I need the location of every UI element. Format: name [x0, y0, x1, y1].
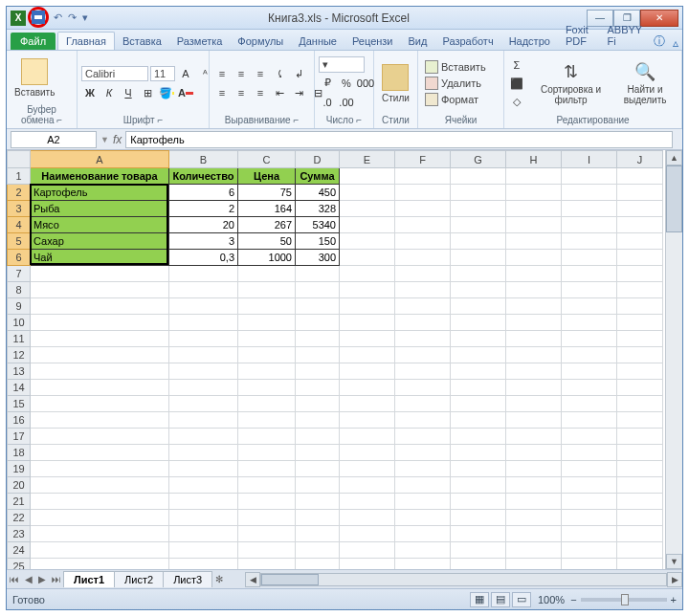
cell-F25[interactable]: [395, 559, 451, 570]
cell-I19[interactable]: [562, 461, 617, 477]
cell-B12[interactable]: [169, 347, 238, 363]
tab-developer[interactable]: Разработч: [434, 33, 500, 50]
cell-J5[interactable]: [617, 233, 663, 250]
cell-A21[interactable]: [31, 494, 169, 510]
name-box[interactable]: A2: [11, 131, 97, 148]
cell-J9[interactable]: [617, 298, 663, 315]
undo-button[interactable]: ↶: [54, 11, 62, 24]
cell-I10[interactable]: [562, 315, 617, 331]
cell-C1[interactable]: Цена: [238, 168, 296, 185]
cell-I21[interactable]: [562, 494, 617, 510]
cell-B8[interactable]: [169, 282, 238, 298]
tab-view[interactable]: Вид: [401, 33, 435, 50]
cell-H11[interactable]: [506, 331, 562, 347]
cell-J19[interactable]: [617, 461, 663, 477]
cell-G19[interactable]: [451, 461, 506, 477]
cell-G24[interactable]: [451, 542, 506, 559]
cell-E6[interactable]: [340, 250, 395, 266]
cell-D12[interactable]: [296, 347, 340, 363]
cell-G18[interactable]: [451, 445, 506, 461]
cell-D15[interactable]: [296, 396, 340, 412]
cell-D14[interactable]: [296, 380, 340, 396]
cell-J25[interactable]: [617, 559, 663, 570]
align-center-icon[interactable]: ≡: [233, 84, 250, 101]
cell-I16[interactable]: [562, 412, 617, 429]
sheet-tab-3[interactable]: Лист3: [163, 571, 212, 587]
page-layout-view-icon[interactable]: ▤: [491, 592, 510, 607]
cell-H1[interactable]: [506, 168, 562, 185]
decrease-decimal-icon[interactable]: .00: [338, 94, 355, 111]
cell-E24[interactable]: [340, 542, 395, 559]
cell-E9[interactable]: [340, 298, 395, 315]
cell-A12[interactable]: [31, 347, 169, 363]
scroll-right-icon[interactable]: ▶: [667, 572, 682, 587]
delete-cells-button[interactable]: Удалить: [422, 76, 489, 91]
cell-E22[interactable]: [340, 510, 395, 526]
cell-J4[interactable]: [617, 217, 663, 233]
cell-H13[interactable]: [506, 363, 562, 380]
cell-D17[interactable]: [296, 429, 340, 445]
cell-H8[interactable]: [506, 282, 562, 298]
sheet-tab-1[interactable]: Лист1: [63, 571, 115, 587]
cell-A16[interactable]: [31, 412, 169, 429]
cell-C21[interactable]: [238, 494, 296, 510]
cell-H20[interactable]: [506, 477, 562, 494]
currency-icon[interactable]: ₽: [319, 75, 336, 92]
cell-C14[interactable]: [238, 380, 296, 396]
cell-E25[interactable]: [340, 559, 395, 570]
cell-B14[interactable]: [169, 380, 238, 396]
cell-I4[interactable]: [562, 217, 617, 233]
cell-D9[interactable]: [296, 298, 340, 315]
cell-D18[interactable]: [296, 445, 340, 461]
cell-E21[interactable]: [340, 494, 395, 510]
save-icon[interactable]: [32, 11, 45, 24]
styles-button[interactable]: Стили: [378, 62, 413, 105]
tab-data[interactable]: Данные: [291, 33, 344, 50]
cell-A9[interactable]: [31, 298, 169, 315]
col-header-H[interactable]: H: [506, 151, 562, 168]
cell-H7[interactable]: [506, 266, 562, 282]
row-header-10[interactable]: 10: [8, 315, 31, 331]
cell-B22[interactable]: [169, 510, 238, 526]
tab-insert[interactable]: Вставка: [115, 33, 169, 50]
cell-H14[interactable]: [506, 380, 562, 396]
percent-icon[interactable]: %: [338, 75, 355, 92]
increase-decimal-icon[interactable]: .0: [319, 94, 336, 111]
scroll-left-icon[interactable]: ◀: [245, 572, 260, 587]
cell-I20[interactable]: [562, 477, 617, 494]
cell-F17[interactable]: [395, 429, 451, 445]
cell-E11[interactable]: [340, 331, 395, 347]
cell-C12[interactable]: [238, 347, 296, 363]
fill-icon[interactable]: ⬛: [508, 75, 525, 92]
cell-D2[interactable]: 450: [296, 185, 340, 201]
cell-B13[interactable]: [169, 363, 238, 380]
row-header-1[interactable]: 1: [8, 168, 31, 185]
row-header-11[interactable]: 11: [8, 331, 31, 347]
cell-J22[interactable]: [617, 510, 663, 526]
cell-G5[interactable]: [451, 233, 506, 250]
cell-H3[interactable]: [506, 201, 562, 217]
cell-B11[interactable]: [169, 331, 238, 347]
cell-B20[interactable]: [169, 477, 238, 494]
cell-E18[interactable]: [340, 445, 395, 461]
cell-A13[interactable]: [31, 363, 169, 380]
cell-A11[interactable]: [31, 331, 169, 347]
minimize-ribbon-icon[interactable]: ▵: [673, 36, 678, 50]
cell-A7[interactable]: [31, 266, 169, 282]
cell-B7[interactable]: [169, 266, 238, 282]
grow-font-icon[interactable]: A: [177, 65, 194, 82]
autosum-icon[interactable]: Σ: [508, 56, 525, 74]
zoom-out-button[interactable]: −: [570, 594, 576, 605]
col-header-B[interactable]: B: [169, 151, 238, 168]
cell-I12[interactable]: [562, 347, 617, 363]
col-header-G[interactable]: G: [451, 151, 506, 168]
cell-A19[interactable]: [31, 461, 169, 477]
cell-H12[interactable]: [506, 347, 562, 363]
row-header-17[interactable]: 17: [8, 429, 31, 445]
row-header-24[interactable]: 24: [8, 542, 31, 559]
cell-H22[interactable]: [506, 510, 562, 526]
horizontal-scrollbar[interactable]: ◀ ▶: [245, 572, 682, 587]
cell-A15[interactable]: [31, 396, 169, 412]
tab-review[interactable]: Рецензи: [344, 33, 401, 50]
cell-E10[interactable]: [340, 315, 395, 331]
